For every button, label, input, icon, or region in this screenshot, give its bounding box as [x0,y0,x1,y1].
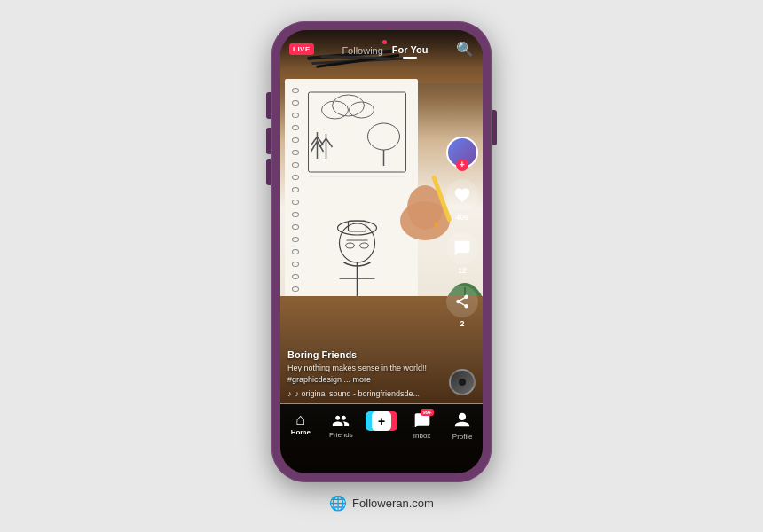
following-tab-wrapper: Following [342,42,382,58]
like-count: 409 [455,213,468,222]
search-icon[interactable]: 🔍 [456,41,474,58]
right-action-buttons: 409 12 [446,137,478,328]
video-description[interactable]: Hey nothing makes sense in the world!! #… [287,363,438,385]
home-icon: ⌂ [295,411,305,427]
share-count: 2 [460,319,464,328]
phone-screen: LIVE Following For You 🔍 [280,30,483,473]
music-note-icon: ♪ [287,389,292,398]
svg-rect-12 [349,221,366,231]
tab-following[interactable]: Following [342,45,382,56]
globe-icon: 🌐 [329,495,347,512]
add-button[interactable]: + [366,411,397,431]
comment-count: 12 [458,266,467,275]
friends-icon [332,411,350,430]
bottom-navigation: ⌂ Home Friends [280,404,483,473]
svg-point-14 [346,243,355,248]
nav-tabs: Following For You [342,42,428,58]
profile-icon [454,411,470,432]
nav-item-profile[interactable]: Profile [442,411,483,441]
live-badge[interactable]: LIVE [289,43,314,55]
inbox-badge-wrapper: 99+ [413,411,431,431]
home-label: Home [291,429,311,436]
sound-info[interactable]: ♪ ♪ original sound - boringfriendsde... [287,389,438,398]
share-button[interactable]: 2 [446,286,478,328]
friends-label: Friends [329,432,353,439]
website-footer: 🌐 Followeran.com [329,495,434,512]
svg-point-15 [360,243,369,248]
comment-icon [446,232,478,264]
svg-point-6 [333,95,365,116]
following-dot [382,40,387,44]
phone-frame: LIVE Following For You 🔍 [271,21,492,482]
video-info: Boring Friends Hey nothing makes sense i… [287,349,438,397]
sound-disc[interactable] [449,369,476,395]
profile-label: Profile [452,434,473,441]
website-name: Followeran.com [352,497,434,510]
share-icon [446,286,478,317]
comment-button[interactable]: 12 [446,232,478,275]
like-icon [446,179,478,211]
svg-point-10 [340,223,375,262]
svg-point-8 [368,123,400,150]
creator-avatar [446,137,478,168]
page-wrapper: LIVE Following For You 🔍 [0,0,763,532]
like-button[interactable]: 409 [446,179,478,222]
nav-item-friends[interactable]: Friends [321,411,362,439]
inbox-label: Inbox [413,433,431,440]
screen-content: LIVE Following For You 🔍 [280,30,483,473]
nav-item-home[interactable]: ⌂ Home [280,411,321,436]
nav-item-inbox[interactable]: 99+ Inbox [402,411,443,440]
tab-for-you[interactable]: For You [392,44,429,55]
inbox-icon [413,413,431,431]
creator-avatar-btn[interactable] [446,137,478,168]
creator-username[interactable]: Boring Friends [287,349,438,360]
inbox-badge-count: 99+ [421,409,433,416]
add-btn-center: + [372,411,391,431]
top-navigation: LIVE Following For You 🔍 [280,30,483,69]
svg-point-7 [350,102,374,118]
svg-rect-4 [309,92,406,172]
sound-text: ♪ original sound - boringfriendsde... [295,389,421,398]
nav-item-add[interactable]: + [361,411,402,431]
